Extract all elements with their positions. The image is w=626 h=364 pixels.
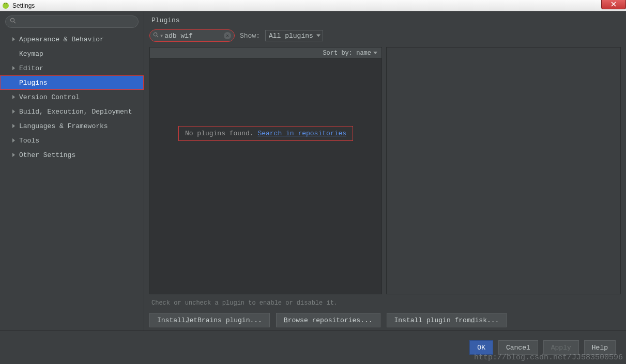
- sidebar-item-label: Other Settings: [19, 151, 75, 159]
- app-icon: [2, 2, 9, 9]
- search-input-value: adb wif: [164, 32, 224, 40]
- dialog-footer: OK Cancel Apply Help http://blog.csdn.ne…: [0, 330, 626, 364]
- expand-arrow-icon: [12, 138, 15, 143]
- sidebar-item-label: Languages & Frameworks: [19, 122, 108, 130]
- sidebar-search-input[interactable]: [5, 15, 139, 28]
- sidebar-item-languages[interactable]: Languages & Frameworks: [0, 119, 144, 133]
- sidebar-item-label: Plugins: [19, 79, 48, 87]
- clear-search-icon[interactable]: ✕: [224, 32, 231, 39]
- sidebar-item-label: Appearance & Behavior: [19, 36, 104, 43]
- browse-repositories-button[interactable]: Browse repositories...: [276, 313, 380, 327]
- plugin-search-input[interactable]: ▾ adb wif ✕: [149, 29, 235, 42]
- apply-button[interactable]: Apply: [543, 340, 579, 355]
- settings-tree: Appearance & Behavior Keymap Editor Plug…: [0, 31, 144, 330]
- plugin-detail-panel: [386, 47, 621, 294]
- expand-arrow-icon: [12, 124, 15, 128]
- window-title: Settings: [12, 2, 35, 9]
- svg-line-6: [157, 36, 158, 37]
- chevron-down-icon: [373, 52, 377, 54]
- sidebar-item-version-control[interactable]: Version Control: [0, 90, 144, 104]
- ok-button[interactable]: OK: [469, 340, 493, 355]
- sidebar-item-tools[interactable]: Tools: [0, 133, 144, 148]
- expand-arrow-icon: [12, 66, 15, 70]
- svg-point-0: [3, 3, 9, 9]
- svg-line-4: [14, 22, 16, 23]
- search-repositories-link[interactable]: Search in repositories: [257, 130, 346, 137]
- install-jetbrains-plugin-button[interactable]: Install JetBrains plugin...: [149, 313, 270, 327]
- sidebar-item-label: Build, Execution, Deployment: [19, 108, 132, 116]
- svg-point-5: [154, 33, 157, 36]
- search-icon: [153, 32, 159, 39]
- sidebar-item-plugins[interactable]: Plugins: [0, 75, 144, 90]
- page-title: Plugins: [149, 17, 621, 24]
- sidebar-item-label: Tools: [19, 137, 39, 145]
- plugin-list-panel: Sort by: name No plugins found. Search i…: [149, 47, 382, 294]
- chevron-down-icon: [316, 35, 320, 37]
- show-filter-value: All plugins: [269, 32, 313, 40]
- main-panel: Plugins ▾ adb wif ✕ Show: All plugins So…: [144, 11, 626, 330]
- sidebar-item-label: Keymap: [19, 50, 43, 58]
- svg-point-1: [4, 3, 5, 4]
- empty-state: No plugins found. Search in repositories: [178, 126, 353, 141]
- sidebar-item-other-settings[interactable]: Other Settings: [0, 148, 144, 162]
- sidebar-item-build[interactable]: Build, Execution, Deployment: [0, 104, 144, 119]
- chevron-down-icon: ▾: [160, 32, 163, 40]
- help-button[interactable]: Help: [584, 340, 616, 355]
- sidebar-item-keymap[interactable]: Keymap: [0, 46, 144, 61]
- sort-dropdown[interactable]: Sort by: name: [150, 48, 381, 59]
- svg-point-2: [6, 3, 7, 4]
- search-icon: [10, 18, 16, 26]
- show-filter-select[interactable]: All plugins: [265, 30, 323, 41]
- expand-arrow-icon: [12, 37, 15, 41]
- install-from-disk-button[interactable]: Install plugin from disk...: [387, 313, 507, 327]
- sidebar-item-appearance[interactable]: Appearance & Behavior: [0, 32, 144, 46]
- sort-label: Sort by: name: [323, 50, 371, 57]
- show-label: Show:: [240, 32, 260, 40]
- sidebar-item-label: Editor: [19, 65, 43, 72]
- svg-point-3: [11, 19, 14, 22]
- sidebar-item-editor[interactable]: Editor: [0, 61, 144, 75]
- empty-text: No plugins found.: [185, 130, 257, 137]
- expand-arrow-icon: [12, 153, 15, 157]
- plugins-toolbar: ▾ adb wif ✕ Show: All plugins: [149, 29, 621, 42]
- cancel-button[interactable]: Cancel: [498, 340, 538, 355]
- settings-sidebar: Appearance & Behavior Keymap Editor Plug…: [0, 11, 144, 330]
- expand-arrow-icon: [12, 109, 15, 114]
- titlebar: Settings: [0, 0, 626, 11]
- help-text: Check or uncheck a plugin to enable or d…: [149, 294, 621, 313]
- close-button[interactable]: [601, 0, 626, 9]
- expand-arrow-icon: [12, 95, 15, 99]
- sidebar-item-label: Version Control: [19, 93, 80, 101]
